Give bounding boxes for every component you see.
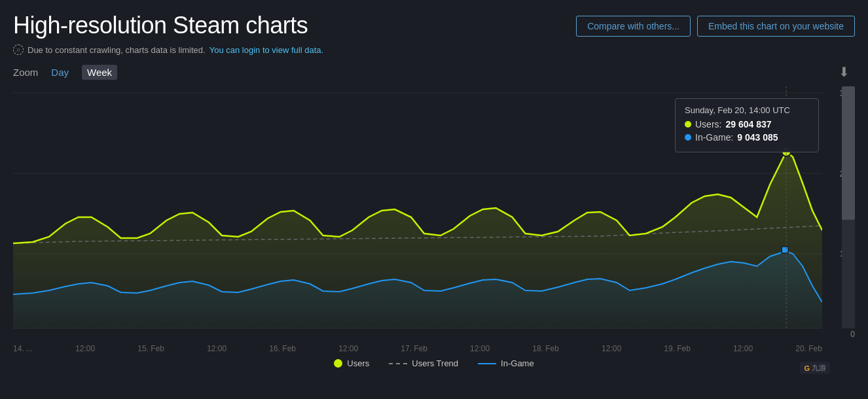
legend-users-label: Users xyxy=(347,358,369,368)
x-label-8: 18. Feb xyxy=(532,344,559,353)
tooltip-date: Sunday, Feb 20, 14:00 UTC xyxy=(685,105,809,115)
embed-button[interactable]: Embed this chart on your website xyxy=(697,16,855,37)
chart-tooltip: Sunday, Feb 20, 14:00 UTC Users: 29 604 … xyxy=(675,98,819,152)
legend-users: Users xyxy=(334,358,369,368)
x-label-7: 12:00 xyxy=(470,344,490,353)
x-label-6: 17. Feb xyxy=(401,344,427,353)
x-label-11: 12:00 xyxy=(733,344,753,353)
notice-text: Due to constant crawling, charts data is… xyxy=(27,45,206,55)
x-label-2: 15. Feb xyxy=(137,344,164,353)
zoom-day-button[interactable]: Day xyxy=(46,65,74,80)
notice-icon: ○ xyxy=(13,44,24,55)
y-label-0: 0 xyxy=(850,330,855,339)
x-label-0: 14. ... xyxy=(13,344,33,353)
tooltip-users-row: Users: 29 604 837 xyxy=(685,119,809,130)
download-button[interactable]: ⬇ xyxy=(833,61,855,82)
x-label-12: 20. Feb xyxy=(795,344,822,353)
x-axis: 14. ... 12:00 15. Feb 12:00 16. Feb 12:0… xyxy=(13,341,822,353)
x-label-5: 12:00 xyxy=(338,344,358,353)
x-label-3: 12:00 xyxy=(207,344,226,353)
page-title: High-resolution Steam charts xyxy=(13,12,308,39)
x-label-1: 12:00 xyxy=(75,344,95,353)
tooltip-ingame-label: In-Game: xyxy=(695,132,733,143)
tooltip-users-dot xyxy=(685,121,691,128)
main-container: High-resolution Steam charts Compare wit… xyxy=(0,0,868,399)
scrollbar-thumb[interactable] xyxy=(842,86,855,220)
compare-button[interactable]: Compare with others... xyxy=(576,16,691,37)
watermark-text: 九游 xyxy=(812,363,826,373)
zoom-label: Zoom xyxy=(13,67,38,78)
tooltip-ingame-row: In-Game: 9 043 085 xyxy=(685,132,809,143)
legend-users-dot xyxy=(334,359,342,368)
header-buttons: Compare with others... Embed this chart … xyxy=(576,16,855,37)
legend-ingame: In-Game xyxy=(478,358,534,368)
x-label-10: 19. Feb xyxy=(664,344,691,353)
watermark: G 九游 xyxy=(800,362,830,374)
x-label-9: 12:00 xyxy=(602,344,621,353)
watermark-logo: G xyxy=(804,364,810,372)
legend-ingame-label: In-Game xyxy=(501,358,534,368)
tooltip-ingame-value: 9 043 085 xyxy=(737,132,778,143)
notice-bar: ○ Due to constant crawling, charts data … xyxy=(13,44,855,55)
chart-legend: Users Users Trend In-Game xyxy=(13,358,855,368)
legend-ingame-line xyxy=(478,363,496,364)
chart-area: Sunday, Feb 20, 14:00 UTC Users: 29 604 … xyxy=(13,86,855,341)
zoom-controls: Zoom Day Week ⬇ xyxy=(13,61,855,82)
tooltip-users-value: 29 604 837 xyxy=(725,119,771,130)
zoom-week-button[interactable]: Week xyxy=(82,65,117,80)
legend-trend-label: Users Trend xyxy=(412,358,458,368)
header: High-resolution Steam charts Compare wit… xyxy=(13,12,855,39)
tooltip-ingame-dot xyxy=(685,134,691,141)
legend-trend-line xyxy=(389,363,407,364)
svg-rect-6 xyxy=(782,247,788,253)
x-label-4: 16. Feb xyxy=(269,344,296,353)
tooltip-users-label: Users: xyxy=(695,119,721,130)
login-link[interactable]: You can login to view full data. xyxy=(209,45,323,55)
chart-scrollbar[interactable] xyxy=(842,86,855,328)
legend-trend: Users Trend xyxy=(389,358,458,368)
